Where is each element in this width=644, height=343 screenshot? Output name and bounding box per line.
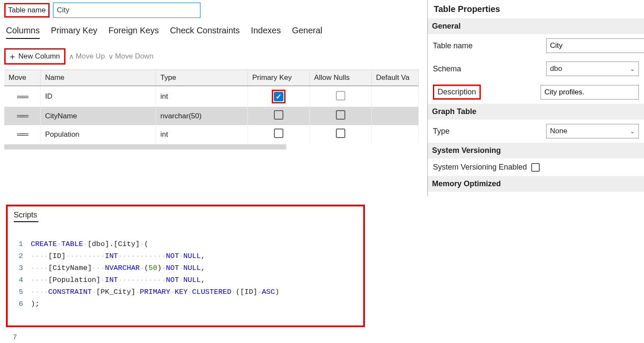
prop-row-sv: System Versioning Enabled xyxy=(433,158,639,176)
table-name-row: Table name xyxy=(4,3,423,18)
chevron-down-icon: ⌄ xyxy=(630,65,635,72)
nulls-checkbox[interactable] xyxy=(336,110,345,120)
new-column-button[interactable]: ＋ New Column xyxy=(4,48,65,64)
schema-value: dbo xyxy=(550,64,562,73)
nulls-checkbox[interactable] xyxy=(336,91,345,100)
grid-horizontal-scrollbar[interactable] xyxy=(4,144,286,150)
cell-type[interactable]: int xyxy=(156,125,248,144)
prop-row-schema: Schema dbo ⌄ xyxy=(433,57,639,80)
chevron-up-icon: ∧ xyxy=(69,52,74,61)
prop-row-description: Description xyxy=(433,80,639,104)
move-up-label: Move Up xyxy=(76,52,105,61)
sql-editor[interactable]: 1CREATE·TABLE·[dbo].[City]·( 2····[ID]··… xyxy=(14,226,357,322)
move-up-button[interactable]: ∧ Move Up xyxy=(69,52,105,61)
section-general: General xyxy=(428,18,644,34)
prop-label-sv: System Versioning Enabled xyxy=(433,163,527,172)
tab-primarykey[interactable]: Primary Key xyxy=(51,26,97,39)
prop-select-graphtype[interactable]: None ⌄ xyxy=(546,124,639,138)
tab-scripts[interactable]: Scripts xyxy=(14,211,38,222)
pk-checkbox[interactable] xyxy=(274,110,283,120)
cell-name[interactable]: ID xyxy=(41,86,156,107)
cell-default[interactable] xyxy=(372,107,419,125)
scripts-panel: Scripts 1CREATE·TABLE·[dbo].[City]·( 2··… xyxy=(6,205,365,327)
cell-name[interactable]: CityName xyxy=(41,107,156,125)
graph-type-value: None xyxy=(550,127,568,135)
prop-row-graphtype: Type None ⌄ xyxy=(433,120,639,143)
prop-label-tablename: Table name xyxy=(433,41,542,50)
move-down-button[interactable]: ∨ Move Down xyxy=(108,52,153,61)
sv-checkbox[interactable] xyxy=(531,163,540,172)
pk-checkbox-highlight: ✓ xyxy=(272,90,285,103)
prop-select-schema[interactable]: dbo ⌄ xyxy=(546,62,639,76)
header-type: Type xyxy=(156,70,248,86)
header-default: Default Va xyxy=(372,70,419,86)
prop-label-schema: Schema xyxy=(433,64,542,73)
prop-input-tablename[interactable] xyxy=(546,38,644,53)
grid-header-row: Move Name Type Primary Key Allow Nulls D… xyxy=(4,70,419,86)
cell-type[interactable]: int xyxy=(156,86,248,107)
pk-checkbox[interactable] xyxy=(274,129,283,138)
designer-pane: Table name Columns Primary Key Foreign K… xyxy=(0,0,427,196)
grid-row[interactable]: ══ Population int xyxy=(4,125,419,144)
section-mo: Memory Optimized xyxy=(428,176,644,192)
chevron-down-icon: ∨ xyxy=(108,52,113,61)
pk-checkbox[interactable]: ✓ xyxy=(274,92,283,101)
tab-indexes[interactable]: Indexes xyxy=(251,26,281,39)
new-column-label: New Column xyxy=(18,52,60,61)
columns-toolbar: ＋ New Column ∧ Move Up ∨ Move Down xyxy=(4,48,423,64)
header-name: Name xyxy=(41,70,156,86)
move-down-label: Move Down xyxy=(115,52,153,61)
table-name-input[interactable] xyxy=(53,3,200,18)
prop-label-description: Description xyxy=(433,85,481,100)
tab-columns[interactable]: Columns xyxy=(6,26,40,39)
tab-foreignkeys[interactable]: Foreign Keys xyxy=(109,26,159,39)
cell-type[interactable]: nvarchar(50) xyxy=(156,107,248,125)
properties-pane: Table Properties General Table name Sche… xyxy=(427,0,644,196)
designer-tabs: Columns Primary Key Foreign Keys Check C… xyxy=(4,26,423,39)
grid-row[interactable]: ══ CityName nvarchar(50) xyxy=(4,107,419,125)
prop-label-graphtype: Type xyxy=(433,127,542,136)
properties-title: Table Properties xyxy=(433,4,639,14)
columns-grid: Move Name Type Primary Key Allow Nulls D… xyxy=(4,70,419,144)
header-move: Move xyxy=(4,70,41,86)
prop-row-tablename: Table name xyxy=(433,34,639,57)
prop-input-description[interactable] xyxy=(541,85,639,100)
plus-icon: ＋ xyxy=(8,52,17,61)
tab-checkconstraints[interactable]: Check Constraints xyxy=(170,26,240,39)
chevron-down-icon: ⌄ xyxy=(630,128,635,135)
section-sv: System Versioning xyxy=(428,143,644,158)
drag-handle-icon[interactable]: ══ xyxy=(17,129,27,139)
section-graph: Graph Table xyxy=(428,104,644,120)
drag-handle-icon[interactable]: ══ xyxy=(17,111,27,120)
header-pk: Primary Key xyxy=(248,70,310,86)
main-split: Table name Columns Primary Key Foreign K… xyxy=(0,0,644,196)
nulls-checkbox[interactable] xyxy=(336,129,345,138)
drag-handle-icon[interactable]: ══ xyxy=(17,92,27,101)
header-nulls: Allow Nulls xyxy=(310,70,372,86)
cell-default[interactable] xyxy=(372,125,419,144)
tab-general[interactable]: General xyxy=(292,26,322,39)
grid-row[interactable]: ══ ID int ✓ xyxy=(4,86,419,107)
cell-name[interactable]: Population xyxy=(41,125,156,144)
cell-default[interactable] xyxy=(372,86,419,107)
sql-editor-extra-line: 7 xyxy=(8,331,644,343)
table-name-label: Table name xyxy=(4,3,50,18)
